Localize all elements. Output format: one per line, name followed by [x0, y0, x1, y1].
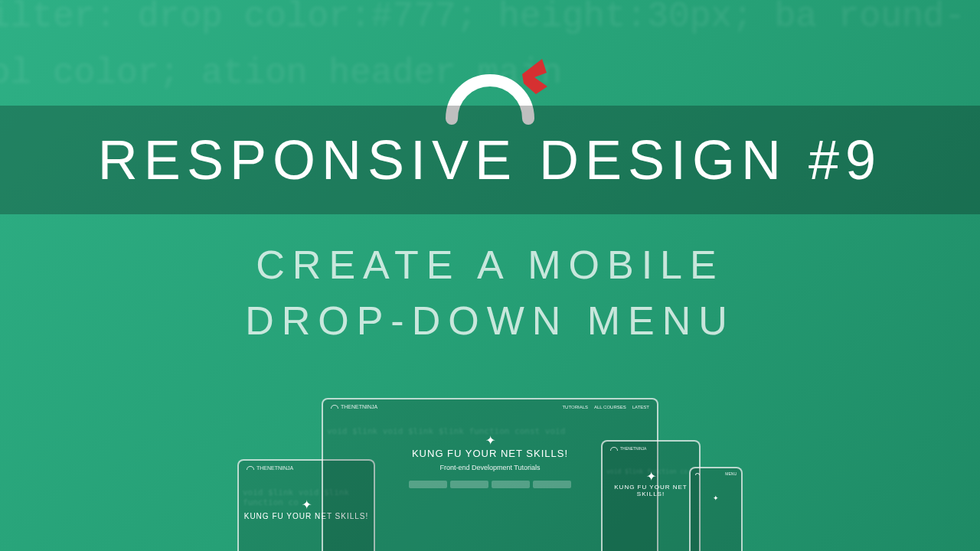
device-brand: THENETNINJA — [620, 446, 646, 451]
device-tablet-portrait: THENETNINJA void $link function co ✦ KUN… — [601, 440, 701, 551]
device-phone: MENU ✦ — [689, 467, 743, 551]
subtitle-container: CREATE A MOBILE DROP-DOWN MENU — [0, 237, 980, 349]
subtitle-line-1: CREATE A MOBILE — [0, 237, 980, 293]
phone-menu-label: MENU — [725, 471, 737, 476]
subtitle-line-2: DROP-DOWN MENU — [0, 293, 980, 349]
device-nav: TUTORIALS ALL COURSES LATEST — [562, 405, 649, 409]
device-brand: THENETNINJA — [341, 404, 377, 409]
device-brand: THENETNINJA — [256, 465, 293, 471]
main-title: RESPONSIVE DESIGN #9 — [0, 129, 980, 191]
title-banner: RESPONSIVE DESIGN #9 — [0, 106, 980, 214]
responsive-devices-illustration: THENETNINJA void $link void $link functi… — [237, 390, 743, 551]
